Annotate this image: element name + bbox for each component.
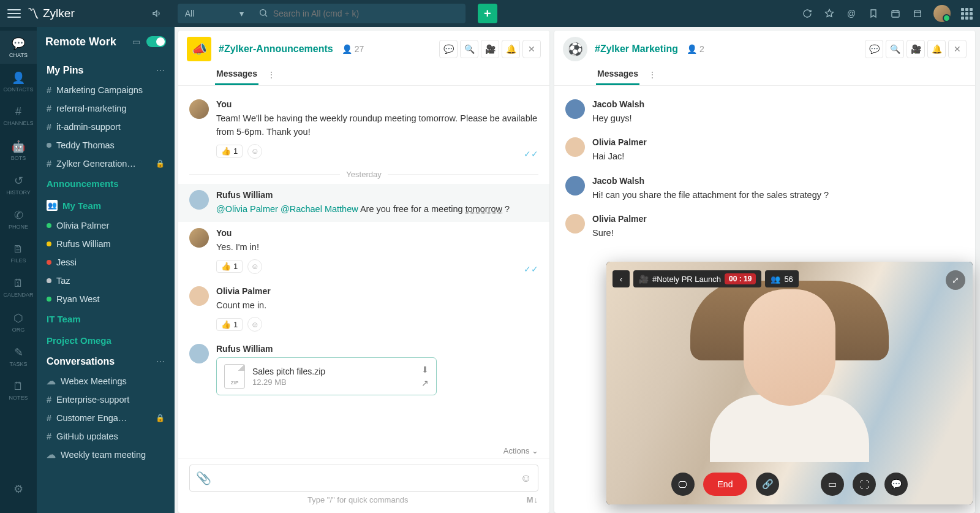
conv-item[interactable]: #Enterprise-support — [37, 390, 175, 409]
rail-settings[interactable]: ⚙ — [0, 473, 37, 506]
avatar[interactable] — [189, 99, 209, 119]
refresh-icon[interactable] — [801, 7, 813, 20]
emoji-icon[interactable]: ☺ — [521, 472, 532, 485]
cat-itteam[interactable]: IT Team — [37, 308, 175, 330]
cat-omega[interactable]: Project Omega — [37, 330, 175, 351]
end-call-button[interactable]: End — [703, 473, 748, 496]
tab-messages[interactable]: Messages — [596, 64, 639, 85]
add-reaction-icon[interactable]: ☺ — [247, 317, 262, 332]
rail-calendar[interactable]: 🗓CALENDAR — [0, 271, 37, 304]
member-count[interactable]: 👤2 — [687, 44, 704, 54]
download-icon[interactable]: ⬇ — [421, 365, 429, 374]
link-button[interactable]: 🔗 — [756, 473, 779, 496]
brand[interactable]: 〽 Zylker — [27, 7, 75, 21]
avatar[interactable] — [189, 344, 209, 363]
avatar[interactable] — [565, 99, 585, 119]
avatar[interactable] — [565, 137, 585, 157]
team-item[interactable]: Jessi — [37, 253, 175, 272]
menu-icon[interactable] — [7, 7, 21, 20]
rail-history[interactable]: ↺HISTORY — [0, 168, 37, 201]
add-reaction-icon[interactable]: ☺ — [247, 259, 262, 274]
tab-more-icon[interactable]: ⋮ — [267, 70, 276, 80]
cat-myteam[interactable]: 👥My Team — [37, 194, 175, 216]
rail-phone[interactable]: ✆PHONE — [0, 202, 37, 235]
avatar[interactable] — [565, 176, 585, 196]
video-icon[interactable]: 🎥 — [907, 40, 925, 58]
bell-icon[interactable]: 🔔 — [927, 40, 946, 58]
file-attachment[interactable]: ZIP Sales pitch files.zip 12.29 MB ⬇ ↗ — [216, 357, 437, 395]
search-icon[interactable]: 🔍 — [460, 40, 478, 58]
status-toggle[interactable] — [146, 36, 166, 47]
mention[interactable]: @Rachael Matthew — [281, 204, 358, 214]
announce-icon[interactable] — [148, 5, 165, 22]
channel-name[interactable]: #Zylker-Announcements — [219, 44, 333, 55]
user-avatar[interactable] — [933, 5, 951, 22]
avatar[interactable] — [189, 228, 209, 248]
team-item[interactable]: Olivia Palmer — [37, 216, 175, 235]
search-input[interactable] — [273, 9, 458, 18]
pin-item[interactable]: #Marketing Campaigns — [37, 81, 175, 99]
conversations-more-icon[interactable]: ⋯ — [156, 357, 165, 367]
rail-bots[interactable]: 🤖BOTS — [0, 134, 37, 167]
avatar[interactable] — [189, 190, 209, 210]
bell-icon[interactable]: 🔔 — [502, 40, 520, 58]
rail-contacts[interactable]: 👤CONTACTS — [0, 65, 37, 98]
bookmark-icon[interactable] — [867, 7, 880, 20]
chat-icon[interactable]: 💬 — [865, 40, 883, 58]
conv-item[interactable]: #GitHub updates — [37, 427, 175, 446]
attach-icon[interactable]: 📎 — [196, 471, 211, 485]
pin-item[interactable]: #referral-marketing — [37, 99, 175, 118]
pin-item[interactable]: #Zylker Generation…🔒 — [37, 154, 175, 173]
add-reaction-icon[interactable]: ☺ — [247, 144, 262, 159]
actions-dropdown[interactable]: Actions ⌄ — [178, 444, 549, 458]
avatar[interactable] — [565, 214, 585, 234]
team-item[interactable]: Taz — [37, 272, 175, 290]
reaction[interactable]: 👍 1 — [216, 318, 243, 331]
channel-name[interactable]: #Zylker Marketing — [595, 44, 678, 55]
expand-icon[interactable]: ⤢ — [946, 270, 965, 290]
search-box[interactable] — [251, 4, 466, 23]
search-icon[interactable]: 🔍 — [886, 40, 904, 58]
star-icon[interactable] — [823, 7, 835, 20]
rail-files[interactable]: 🗎FILES — [0, 237, 37, 270]
call-title[interactable]: 🎥 #Notely PR Launch 00 : 19 — [633, 270, 761, 287]
fullscreen-button[interactable]: ⛶ — [853, 473, 876, 496]
rail-tasks[interactable]: ✎TASKS — [0, 340, 37, 373]
tab-more-icon[interactable]: ⋮ — [648, 70, 657, 80]
video-icon[interactable]: 🎥 — [481, 40, 499, 58]
store-icon[interactable] — [911, 7, 924, 20]
conv-item[interactable]: ☁Webex Meetings — [37, 372, 175, 390]
chat-button[interactable]: 💬 — [884, 473, 908, 496]
minimize-icon[interactable]: ▭ — [132, 37, 140, 47]
member-count[interactable]: 👤27 — [342, 44, 364, 54]
pin-item[interactable]: Teddy Thomas — [37, 136, 175, 154]
chat-icon[interactable]: 💬 — [439, 40, 458, 58]
share-icon[interactable]: ↗ — [421, 378, 429, 388]
compose-input[interactable] — [217, 473, 514, 483]
rail-org[interactable]: ⬡ORG — [0, 305, 37, 338]
rail-channels[interactable]: #CHANNELS — [0, 99, 37, 132]
team-item[interactable]: Ryan West — [37, 290, 175, 308]
close-icon[interactable]: ✕ — [948, 40, 967, 58]
conv-item[interactable]: #Customer Enga…🔒 — [37, 409, 175, 427]
mention[interactable]: @Olivia Palmer — [216, 204, 278, 214]
team-item[interactable]: Rufus William — [37, 235, 175, 253]
screenshare-button[interactable]: 🖵 — [671, 473, 695, 496]
add-button[interactable]: + — [478, 4, 497, 23]
rail-notes[interactable]: 🗒NOTES — [0, 374, 37, 407]
participants-count[interactable]: 👥 56 — [765, 270, 798, 287]
compose-box[interactable]: 📎 ☺ — [189, 465, 538, 492]
pins-more-icon[interactable]: ⋯ — [156, 66, 165, 75]
pin-item[interactable]: #it-admin-support — [37, 118, 175, 136]
rail-chats[interactable]: 💬CHATS — [0, 31, 37, 64]
conv-item[interactable]: ☁Weekly team meeting — [37, 446, 175, 464]
reaction[interactable]: 👍 1 — [216, 145, 243, 158]
mention-icon[interactable]: @ — [845, 7, 858, 20]
search-scope-dropdown[interactable]: All ▾ — [178, 4, 251, 23]
cat-announcements[interactable]: Announcements — [37, 173, 175, 194]
reaction[interactable]: 👍 1 — [216, 260, 243, 273]
calendar-icon[interactable] — [889, 7, 902, 20]
avatar[interactable] — [189, 286, 209, 306]
apps-grid-icon[interactable] — [960, 7, 973, 20]
pip-button[interactable]: ▭ — [821, 473, 844, 496]
